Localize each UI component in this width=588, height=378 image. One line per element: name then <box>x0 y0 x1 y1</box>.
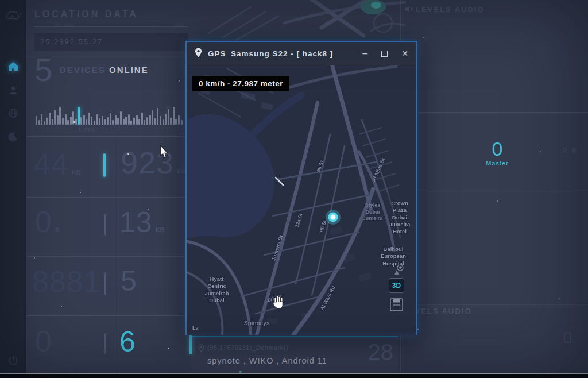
minimize-button[interactable]: – <box>362 49 368 58</box>
background-map-canvas <box>198 0 406 40</box>
chart-bar <box>96 114 98 125</box>
close-button[interactable]: ✕ <box>401 49 408 57</box>
chart-bar <box>67 120 69 125</box>
stat-received: 13 KB <box>119 208 165 237</box>
chart-bar <box>141 113 143 125</box>
devices-online-label: DEVICES ONLINE <box>60 65 149 75</box>
chart-bar <box>102 116 103 125</box>
chart-bar <box>107 117 109 125</box>
chart-bar <box>133 118 135 125</box>
chart-bar <box>59 107 61 125</box>
poi-label: Crown Plaza Dubai Jumeira Hotel <box>385 200 414 236</box>
device-count: 28 <box>368 340 394 365</box>
sidebar-home-icon[interactable] <box>7 61 19 71</box>
stat-port: 8881 <box>32 267 101 296</box>
chart-bar <box>41 114 42 125</box>
chart-bar <box>175 119 177 125</box>
speaker-muted-icon[interactable] <box>405 5 414 16</box>
ip-address-field[interactable]: 25.2392.55.27 <box>34 33 188 51</box>
chart-percent: 3.59% <box>78 127 96 133</box>
chart-bar <box>125 117 127 125</box>
stat-sessions: 5 <box>121 267 137 295</box>
window-title: GPS_Samsung S22 - [ hack8 ] <box>208 49 333 58</box>
master-level-label: Master <box>486 160 509 167</box>
chart-bar <box>157 108 158 125</box>
window-titlebar[interactable]: GPS_Samsung S22 - [ hack8 ] – ✕ <box>187 42 416 65</box>
device-info-line: spynote , WIKO , Android 11 <box>207 356 327 365</box>
sidebar-rail <box>0 0 26 373</box>
stat-indicator-bar <box>104 272 106 295</box>
dashboard-screen: LOCATION DATA 25.2392.55.27 5 DEVICES ON… <box>0 0 588 378</box>
chart-bar <box>144 120 145 125</box>
map-attribution: La <box>192 325 199 332</box>
devices-online-count: 5 <box>34 54 52 86</box>
speed-distance-badge: 0 km/h - 27.987 meter <box>192 76 289 91</box>
chart-bar <box>146 117 148 125</box>
chart-bar <box>160 116 161 125</box>
stat-indicator-bar <box>103 153 106 177</box>
chart-bar <box>44 121 45 125</box>
sidebar-moon-icon[interactable] <box>8 132 18 142</box>
chart-bar <box>165 114 167 125</box>
gps-marker <box>326 210 341 225</box>
location-pin-icon <box>195 48 202 60</box>
sidebar-globe-icon[interactable] <box>8 108 18 118</box>
gps-map-window: GPS_Samsung S22 - [ hack8 ] – ✕ <box>185 41 417 335</box>
chart-bar <box>65 114 67 125</box>
chart-bar <box>80 117 82 125</box>
chart-bar <box>130 121 132 125</box>
chart-bar <box>78 107 80 125</box>
bottom-black-strip <box>0 374 588 378</box>
chart-bar <box>152 110 153 125</box>
chart-bar <box>91 117 92 125</box>
power-button-icon[interactable] <box>8 355 18 365</box>
map-hand-cursor <box>272 295 285 311</box>
chart-bar <box>57 115 59 125</box>
chart-bar <box>178 115 180 125</box>
device-list-item[interactable]: (95.17679131)_Denmark() spynote , WIKO ,… <box>191 336 398 375</box>
chart-bar <box>49 113 51 125</box>
chart-bar <box>117 118 119 125</box>
devices-chart-bars <box>36 103 184 125</box>
stat-sent: 0 B <box>35 207 60 237</box>
chart-bar <box>99 118 100 125</box>
chart-bar <box>83 115 85 125</box>
sidebar-user-icon[interactable] <box>8 85 18 95</box>
chart-bar <box>70 117 72 125</box>
chart-bar <box>112 120 114 125</box>
master-level-value: 0 <box>486 138 509 160</box>
stat-indicator-bar <box>104 214 106 236</box>
stat-download: 923 KB <box>121 147 186 178</box>
chart-bar <box>173 107 175 125</box>
poi-label: Styles Dubai Jumeira <box>359 202 386 222</box>
location-panel: LOCATION DATA 25.2392.55.27 5 DEVICES ON… <box>26 0 199 373</box>
chart-bar <box>46 118 48 125</box>
map-view[interactable]: 0 km/h - 27.987 meter 3D Jumeira St Al W… <box>187 65 416 335</box>
poi-label: Hyatt Centric Jumeirah Dubai <box>201 276 233 304</box>
stat-upload: 44 KB <box>33 148 81 179</box>
poi-label: Spinneys <box>244 319 269 327</box>
chart-bar <box>110 113 111 125</box>
stat-errors: 0 <box>35 326 52 356</box>
chart-bar <box>136 115 138 125</box>
maximize-button[interactable] <box>381 51 388 57</box>
panel-accent-bar <box>189 335 192 354</box>
levels-audio-top-header: LEVELS AUDIO <box>416 5 485 14</box>
chart-bar <box>62 118 64 125</box>
map-3d-button[interactable]: 3D <box>389 278 404 293</box>
chart-bar <box>88 113 90 125</box>
chart-bar <box>86 119 87 125</box>
chart-bar <box>104 119 106 125</box>
phone-icon <box>564 332 572 346</box>
right-meter-label: R 0 <box>563 147 578 154</box>
location-pin-icon <box>198 344 204 354</box>
chart-bar <box>170 118 172 125</box>
save-map-icon <box>390 299 403 311</box>
chart-bar <box>168 109 169 125</box>
mouse-cursor-arrow <box>159 145 169 161</box>
chart-bar <box>115 115 117 125</box>
device-location-line: (95.17679131)_Denmark() <box>207 344 288 351</box>
chart-bar <box>149 115 151 125</box>
chart-bar <box>38 120 40 125</box>
stat-indicator-bar <box>104 333 106 354</box>
